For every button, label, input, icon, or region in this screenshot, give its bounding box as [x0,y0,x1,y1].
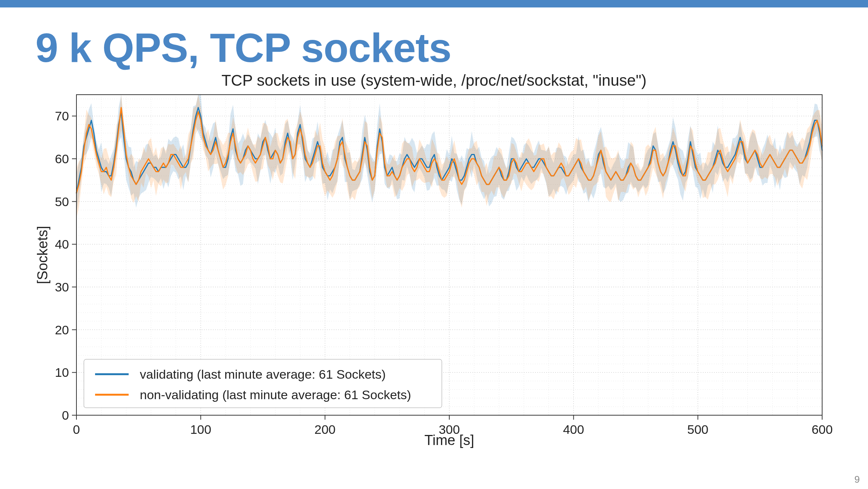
chart-title: TCP sockets in use (system-wide, /proc/n… [35,72,833,89]
x-tick-label: 200 [314,422,336,436]
slide-body: 9 k QPS, TCP sockets TCP sockets in use … [0,7,868,489]
y-tick-label: 40 [55,237,69,251]
y-tick-label: 50 [55,194,69,208]
slide-top-bar [0,0,868,7]
chart-container: 0100200300400500600010203040506070Time [… [35,91,833,456]
y-tick-label: 60 [55,152,69,166]
y-tick-label: 0 [62,408,69,422]
y-tick-label: 30 [55,280,69,294]
legend-label: non-validating (last minute average: 61 … [140,388,411,402]
y-tick-label: 10 [55,365,69,379]
legend-label: validating (last minute average: 61 Sock… [140,367,386,381]
x-tick-label: 0 [73,422,80,436]
x-tick-label: 600 [812,422,833,436]
x-tick-label: 100 [190,422,211,436]
x-tick-label: 500 [687,422,708,436]
y-tick-label: 70 [55,109,69,123]
x-tick-label: 400 [563,422,584,436]
page-number: 9 [855,474,860,485]
y-tick-label: 20 [55,322,69,337]
sockets-line-chart: 0100200300400500600010203040506070Time [… [35,91,833,456]
y-axis-label: [Sockets] [35,225,50,284]
x-axis-label: Time [s] [424,432,474,448]
slide-title: 9 k QPS, TCP sockets [35,26,833,69]
